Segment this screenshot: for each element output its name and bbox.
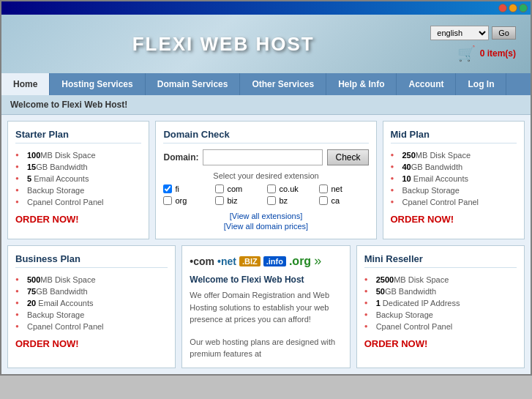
list-item: 75GB Bandwidth <box>15 286 168 297</box>
minimize-button[interactable] <box>509 4 517 12</box>
promo-panel: •com •net .BIZ .info .org » Welcome to F… <box>181 245 350 368</box>
business-features: 500MB Disk Space 75GB Bandwidth 20 Email… <box>15 274 168 332</box>
list-item: 20 Email Accounts <box>15 297 168 309</box>
close-button[interactable] <box>498 4 507 12</box>
view-extensions-link[interactable]: [View all extensions] <box>230 212 302 220</box>
check-button[interactable]: Check <box>327 149 368 165</box>
ext-biz: biz <box>215 196 264 205</box>
ext-org: org <box>163 196 212 205</box>
ext-ca-checkbox[interactable] <box>319 196 328 205</box>
list-item: Backup Storage <box>364 309 517 321</box>
domain-links: [View all extensions] [View all domain p… <box>163 211 368 231</box>
nav-hosting[interactable]: Hosting Services <box>50 73 145 95</box>
ext-fi-checkbox[interactable] <box>163 184 172 193</box>
language-select[interactable]: english french german <box>430 26 489 40</box>
list-item: Backup Storage <box>15 184 141 196</box>
nav-account[interactable]: Account <box>397 73 456 95</box>
list-item: 1 Dedicated IP Address <box>364 297 517 309</box>
list-item: 50GB Bandwidth <box>364 286 517 297</box>
cart-icon: 🛒 <box>457 45 476 62</box>
domain-input[interactable] <box>203 149 323 165</box>
domain-logos: •com •net .BIZ .info .org » <box>190 253 342 269</box>
list-item: 40GB Bandwidth <box>391 161 517 173</box>
mini-reseller-title: Mini Reseller <box>364 253 517 268</box>
list-item: Backup Storage <box>15 309 168 321</box>
org-arrow-icon: » <box>314 253 321 269</box>
header: FLEXI WEB HOST english french german Go … <box>1 15 531 73</box>
promo-text1: We offer Domain Registration and Web Hos… <box>190 289 342 326</box>
nav-bar: Home Hosting Services Domain Services Ot… <box>1 73 531 95</box>
mini-reseller-panel: Mini Reseller 2500MB Disk Space 50GB Ban… <box>356 245 525 368</box>
business-plan-title: Business Plan <box>15 253 168 268</box>
nav-other[interactable]: Other Services <box>240 73 326 95</box>
ext-net: net <box>319 184 368 193</box>
list-item: 15GB Bandwidth <box>15 161 141 173</box>
list-item: 2500MB Disk Space <box>364 274 517 286</box>
welcome-bar: Welcome to Flexi Web Host! <box>1 95 531 115</box>
extension-grid: fi com co.uk net <box>163 184 368 205</box>
dot-com-logo: •com <box>190 256 214 267</box>
list-item: Cpanel Control Panel <box>15 196 141 208</box>
ext-biz-checkbox[interactable] <box>215 196 224 205</box>
top-panels: Starter Plan 100MB Disk Space 15GB Bandw… <box>1 115 531 245</box>
list-item: 100MB Disk Space <box>15 149 141 161</box>
mid-plan-title: Mid Plan <box>391 129 517 143</box>
cart-count: 0 item(s) <box>480 48 516 59</box>
starter-plan-panel: Starter Plan 100MB Disk Space 15GB Bandw… <box>7 121 149 239</box>
list-item: 250MB Disk Space <box>391 149 517 161</box>
dot-net-logo: •net <box>217 256 236 267</box>
bottom-panels: Business Plan 500MB Disk Space 75GB Band… <box>1 245 531 374</box>
list-item: Cpanel Control Panel <box>15 321 168 332</box>
dot-info-logo: .info <box>263 256 286 266</box>
dot-org-logo: .org <box>289 255 311 268</box>
business-order-button[interactable]: ORDER NOW! <box>15 338 79 349</box>
starter-order-button[interactable]: ORDER NOW! <box>15 214 79 225</box>
header-right: english french german Go 🛒 0 item(s) <box>430 26 516 62</box>
ext-com: com <box>215 184 264 193</box>
business-plan-panel: Business Plan 500MB Disk Space 75GB Band… <box>7 245 176 368</box>
mid-order-button[interactable]: ORDER NOW! <box>391 214 454 225</box>
dot-biz-logo: .BIZ <box>239 256 261 266</box>
nav-home[interactable]: Home <box>1 73 50 95</box>
maximize-button[interactable] <box>519 4 528 12</box>
go-button[interactable]: Go <box>492 26 516 40</box>
list-item: Cpanel Control Panel <box>391 196 517 208</box>
list-item: 10 Email Accounts <box>391 173 517 184</box>
cart-area: 🛒 0 item(s) <box>457 45 516 62</box>
mid-features: 250MB Disk Space 40GB Bandwidth 10 Email… <box>391 149 517 208</box>
ext-com-checkbox[interactable] <box>215 184 224 193</box>
title-bar <box>1 1 531 15</box>
list-item: 500MB Disk Space <box>15 274 168 286</box>
extension-title: Select your desired extension <box>163 171 368 180</box>
domain-label: Domain: <box>163 152 198 163</box>
ext-couk-checkbox[interactable] <box>267 184 276 193</box>
ext-org-checkbox[interactable] <box>163 196 172 205</box>
ext-couk: co.uk <box>267 184 316 193</box>
mid-plan-panel: Mid Plan 250MB Disk Space 40GB Bandwidth… <box>383 121 525 239</box>
window: FLEXI WEB HOST english french german Go … <box>0 0 532 376</box>
ext-net-checkbox[interactable] <box>319 184 328 193</box>
list-item: Cpanel Control Panel <box>364 321 517 332</box>
nav-login[interactable]: Log In <box>456 73 506 95</box>
ext-ca: ca <box>319 196 368 205</box>
nav-help[interactable]: Help & Info <box>326 73 397 95</box>
promo-subtitle: Welcome to Flexi Web Host <box>190 275 342 285</box>
promo-text2: Our web hosting plans are designed with … <box>190 336 342 360</box>
nav-domain[interactable]: Domain Services <box>146 73 241 95</box>
ext-bz: bz <box>267 196 316 205</box>
reseller-features: 2500MB Disk Space 50GB Bandwidth 1 Dedic… <box>364 274 517 332</box>
page-content: FLEXI WEB HOST english french german Go … <box>1 15 531 374</box>
domain-check-title: Domain Check <box>163 129 368 143</box>
language-bar: english french german Go <box>430 26 516 40</box>
ext-fi: fi <box>163 184 212 193</box>
domain-input-row: Domain: Check <box>163 149 368 165</box>
title-bar-buttons <box>498 4 528 12</box>
reseller-order-button[interactable]: ORDER NOW! <box>364 338 428 349</box>
starter-features: 100MB Disk Space 15GB Bandwidth 5 Email … <box>15 149 141 208</box>
list-item: Backup Storage <box>391 184 517 196</box>
ext-bz-checkbox[interactable] <box>267 196 276 205</box>
domain-check-panel: Domain Check Domain: Check Select your d… <box>155 121 376 239</box>
view-prices-link[interactable]: [View all domain prices] <box>224 222 308 231</box>
logo: FLEXI WEB HOST <box>132 33 315 56</box>
starter-plan-title: Starter Plan <box>15 129 141 143</box>
